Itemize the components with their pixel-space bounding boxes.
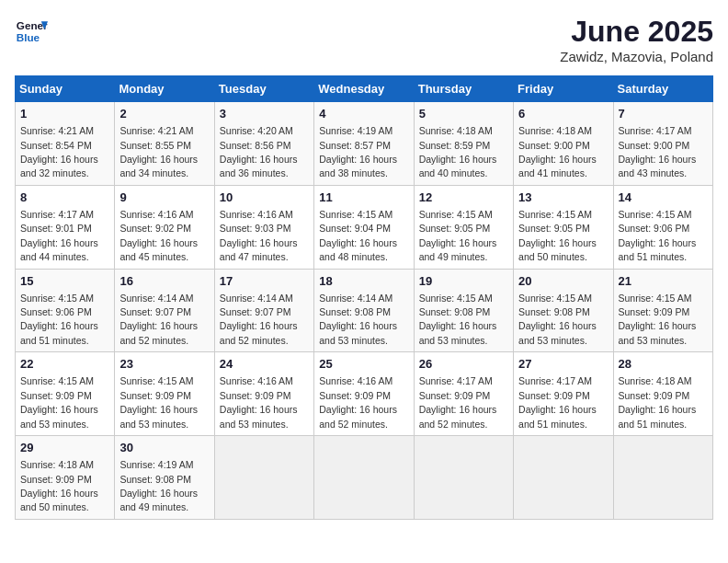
- day-info: Sunrise: 4:17 AM Sunset: 9:01 PM Dayligh…: [20, 209, 98, 262]
- day-number: 30: [119, 440, 209, 456]
- day-info: Sunrise: 4:21 AM Sunset: 8:55 PM Dayligh…: [119, 125, 198, 178]
- day-info: Sunrise: 4:15 AM Sunset: 9:08 PM Dayligh…: [518, 293, 597, 346]
- logo: General Blue: [15, 15, 48, 48]
- column-header-friday: Friday: [514, 76, 613, 102]
- column-header-wednesday: Wednesday: [314, 76, 414, 102]
- day-number: 15: [20, 273, 109, 290]
- day-info: Sunrise: 4:17 AM Sunset: 9:09 PM Dayligh…: [518, 375, 597, 429]
- day-info: Sunrise: 4:21 AM Sunset: 8:54 PM Dayligh…: [20, 125, 98, 178]
- calendar-day: 7Sunrise: 4:17 AM Sunset: 9:00 PM Daylig…: [613, 102, 712, 186]
- calendar-day: 13Sunrise: 4:15 AM Sunset: 9:05 PM Dayli…: [514, 185, 613, 269]
- column-header-monday: Monday: [115, 76, 214, 102]
- calendar-day: 10Sunrise: 4:16 AM Sunset: 9:03 PM Dayli…: [214, 185, 313, 269]
- calendar-day: 29Sunrise: 4:18 AM Sunset: 9:09 PM Dayli…: [16, 436, 115, 520]
- day-info: Sunrise: 4:15 AM Sunset: 9:08 PM Dayligh…: [419, 293, 497, 346]
- calendar-day: 11Sunrise: 4:15 AM Sunset: 9:04 PM Dayli…: [314, 185, 414, 269]
- day-info: Sunrise: 4:17 AM Sunset: 9:00 PM Dayligh…: [619, 125, 697, 178]
- day-info: Sunrise: 4:14 AM Sunset: 9:07 PM Dayligh…: [220, 293, 298, 346]
- calendar-day: 23Sunrise: 4:15 AM Sunset: 9:09 PM Dayli…: [115, 352, 214, 436]
- day-info: Sunrise: 4:16 AM Sunset: 9:09 PM Dayligh…: [220, 375, 298, 429]
- day-info: Sunrise: 4:16 AM Sunset: 9:03 PM Dayligh…: [220, 209, 298, 262]
- day-info: Sunrise: 4:16 AM Sunset: 9:09 PM Dayligh…: [319, 375, 397, 429]
- calendar-day: 15Sunrise: 4:15 AM Sunset: 9:06 PM Dayli…: [16, 269, 115, 352]
- calendar-day: 1Sunrise: 4:21 AM Sunset: 8:54 PM Daylig…: [16, 102, 115, 186]
- calendar-day: 2Sunrise: 4:21 AM Sunset: 8:55 PM Daylig…: [115, 102, 214, 186]
- day-number: 10: [220, 190, 309, 206]
- calendar-week-row: 22Sunrise: 4:15 AM Sunset: 9:09 PM Dayli…: [16, 352, 713, 436]
- calendar-day: 6Sunrise: 4:18 AM Sunset: 9:00 PM Daylig…: [514, 102, 613, 186]
- day-number: 25: [319, 356, 408, 373]
- calendar-day: 28Sunrise: 4:18 AM Sunset: 9:09 PM Dayli…: [613, 352, 712, 436]
- column-header-saturday: Saturday: [613, 76, 712, 102]
- column-header-thursday: Thursday: [414, 76, 513, 102]
- day-info: Sunrise: 4:16 AM Sunset: 9:02 PM Dayligh…: [119, 209, 198, 262]
- calendar-week-row: 8Sunrise: 4:17 AM Sunset: 9:01 PM Daylig…: [16, 185, 713, 269]
- day-number: 21: [619, 273, 708, 290]
- day-info: Sunrise: 4:15 AM Sunset: 9:09 PM Dayligh…: [20, 375, 98, 429]
- calendar-day: 21Sunrise: 4:15 AM Sunset: 9:09 PM Dayli…: [613, 269, 712, 352]
- day-number: 24: [220, 356, 309, 373]
- day-info: Sunrise: 4:18 AM Sunset: 8:59 PM Dayligh…: [419, 125, 497, 178]
- day-number: 19: [419, 273, 508, 290]
- day-info: Sunrise: 4:15 AM Sunset: 9:05 PM Dayligh…: [518, 209, 597, 262]
- day-number: 18: [319, 273, 408, 290]
- day-number: 13: [518, 190, 608, 206]
- day-number: 27: [518, 356, 608, 373]
- calendar-day: 12Sunrise: 4:15 AM Sunset: 9:05 PM Dayli…: [414, 185, 513, 269]
- calendar-day: 24Sunrise: 4:16 AM Sunset: 9:09 PM Dayli…: [214, 352, 313, 436]
- day-number: 6: [518, 106, 608, 122]
- calendar-day: 17Sunrise: 4:14 AM Sunset: 9:07 PM Dayli…: [214, 269, 313, 352]
- svg-text:Blue: Blue: [17, 31, 40, 43]
- title-block: June 2025 Zawidz, Mazovia, Poland: [560, 15, 713, 64]
- calendar-day: 30Sunrise: 4:19 AM Sunset: 9:08 PM Dayli…: [115, 436, 214, 520]
- calendar-day: [514, 436, 613, 520]
- day-info: Sunrise: 4:15 AM Sunset: 9:09 PM Dayligh…: [619, 293, 697, 346]
- calendar-subtitle: Zawidz, Mazovia, Poland: [560, 49, 713, 64]
- calendar-week-row: 15Sunrise: 4:15 AM Sunset: 9:06 PM Dayli…: [16, 269, 713, 352]
- day-info: Sunrise: 4:20 AM Sunset: 8:56 PM Dayligh…: [220, 125, 298, 178]
- day-info: Sunrise: 4:15 AM Sunset: 9:09 PM Dayligh…: [119, 375, 198, 429]
- calendar-day: 18Sunrise: 4:14 AM Sunset: 9:08 PM Dayli…: [314, 269, 414, 352]
- day-info: Sunrise: 4:19 AM Sunset: 8:57 PM Dayligh…: [319, 125, 397, 178]
- day-number: 22: [20, 356, 109, 373]
- day-number: 29: [20, 440, 109, 456]
- day-info: Sunrise: 4:18 AM Sunset: 9:09 PM Dayligh…: [619, 375, 697, 429]
- day-info: Sunrise: 4:15 AM Sunset: 9:06 PM Dayligh…: [20, 293, 98, 346]
- calendar-day: 26Sunrise: 4:17 AM Sunset: 9:09 PM Dayli…: [414, 352, 513, 436]
- day-info: Sunrise: 4:18 AM Sunset: 9:09 PM Dayligh…: [20, 459, 98, 512]
- day-number: 4: [319, 106, 408, 122]
- column-header-tuesday: Tuesday: [214, 76, 313, 102]
- calendar-day: 4Sunrise: 4:19 AM Sunset: 8:57 PM Daylig…: [314, 102, 414, 186]
- day-info: Sunrise: 4:18 AM Sunset: 9:00 PM Dayligh…: [518, 125, 597, 178]
- day-number: 26: [419, 356, 508, 373]
- logo-icon: General Blue: [15, 15, 48, 48]
- day-info: Sunrise: 4:15 AM Sunset: 9:06 PM Dayligh…: [619, 209, 697, 262]
- day-number: 20: [518, 273, 608, 290]
- calendar-day: 27Sunrise: 4:17 AM Sunset: 9:09 PM Dayli…: [514, 352, 613, 436]
- day-info: Sunrise: 4:17 AM Sunset: 9:09 PM Dayligh…: [419, 375, 497, 429]
- calendar-day: 19Sunrise: 4:15 AM Sunset: 9:08 PM Dayli…: [414, 269, 513, 352]
- calendar-day: 3Sunrise: 4:20 AM Sunset: 8:56 PM Daylig…: [214, 102, 313, 186]
- day-info: Sunrise: 4:15 AM Sunset: 9:05 PM Dayligh…: [419, 209, 497, 262]
- day-info: Sunrise: 4:14 AM Sunset: 9:08 PM Dayligh…: [319, 293, 397, 346]
- day-info: Sunrise: 4:19 AM Sunset: 9:08 PM Dayligh…: [119, 459, 198, 512]
- calendar-day: 8Sunrise: 4:17 AM Sunset: 9:01 PM Daylig…: [16, 185, 115, 269]
- calendar-day: 22Sunrise: 4:15 AM Sunset: 9:09 PM Dayli…: [16, 352, 115, 436]
- day-number: 11: [319, 190, 408, 206]
- day-number: 3: [220, 106, 309, 122]
- calendar-table: SundayMondayTuesdayWednesdayThursdayFrid…: [15, 75, 713, 520]
- page-header: General Blue June 2025 Zawidz, Mazovia, …: [15, 15, 713, 64]
- calendar-day: [314, 436, 414, 520]
- calendar-day: 16Sunrise: 4:14 AM Sunset: 9:07 PM Dayli…: [115, 269, 214, 352]
- day-number: 5: [419, 106, 508, 122]
- day-number: 8: [20, 190, 109, 206]
- day-number: 14: [619, 190, 708, 206]
- calendar-day: 5Sunrise: 4:18 AM Sunset: 8:59 PM Daylig…: [414, 102, 513, 186]
- day-number: 1: [20, 106, 109, 122]
- day-info: Sunrise: 4:15 AM Sunset: 9:04 PM Dayligh…: [319, 209, 397, 262]
- calendar-day: [214, 436, 313, 520]
- calendar-week-row: 29Sunrise: 4:18 AM Sunset: 9:09 PM Dayli…: [16, 436, 713, 520]
- day-number: 9: [119, 190, 209, 206]
- day-number: 2: [119, 106, 209, 122]
- calendar-week-row: 1Sunrise: 4:21 AM Sunset: 8:54 PM Daylig…: [16, 102, 713, 186]
